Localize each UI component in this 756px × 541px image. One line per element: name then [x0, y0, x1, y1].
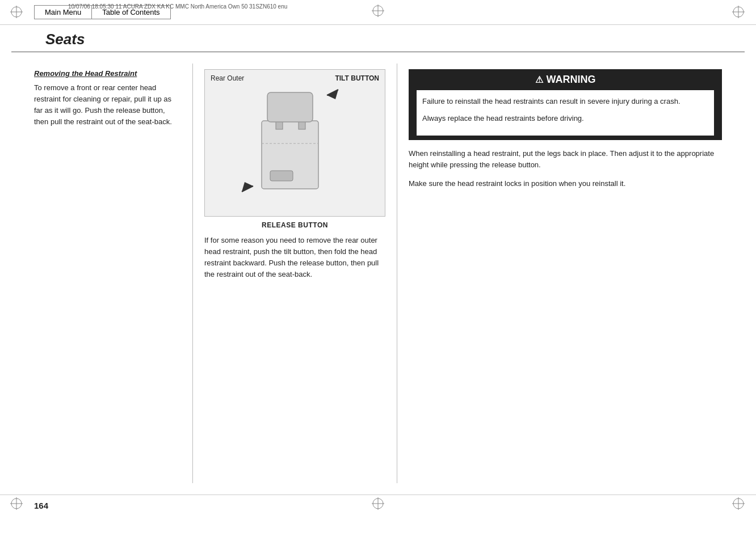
warning-para-1: Failure to reinstall the head restraints…	[422, 96, 708, 107]
svg-rect-15	[270, 171, 293, 181]
crosshair-top-left-icon	[10, 6, 23, 18]
crosshair-bottom-left-icon	[10, 497, 23, 512]
left-column: Removing the Head Restraint To remove a …	[34, 64, 193, 483]
page-title-area: Seats	[11, 25, 745, 52]
page-number: 164	[34, 501, 48, 510]
page-title: Seats	[45, 31, 85, 48]
left-body: To remove a front or rear center head re…	[34, 82, 181, 128]
crosshair-bottom-center-icon	[372, 497, 384, 512]
middle-column: Rear Outer TILT BUTTON	[193, 64, 397, 483]
main-content: Removing the Head Restraint To remove a …	[0, 52, 756, 494]
diagram-label-tilt: TILT BUTTON	[335, 74, 379, 82]
diagram-label-outer: Rear Outer	[211, 74, 244, 82]
head-restraint-diagram: Rear Outer TILT BUTTON	[204, 69, 385, 217]
section-title: Removing the Head Restraint	[34, 69, 181, 78]
right-para-2: Make sure the head restraint locks in po…	[409, 178, 722, 189]
header-meta: 10/07/06 18:05:30 11 ACURA ZDX KA KC MMC…	[68, 3, 287, 10]
warning-title: WARNING	[547, 74, 596, 86]
warning-header: ⚠ WARNING	[417, 74, 714, 86]
right-para-1: When reinstalling a head restraint, put …	[409, 148, 722, 171]
right-body: When reinstalling a head restraint, put …	[409, 148, 722, 189]
diagram-label-release: RELEASE BUTTON	[204, 221, 385, 229]
middle-body: If for some reason you need to remove th…	[204, 235, 385, 281]
warning-para-2: Always replace the head restraints befor…	[422, 113, 708, 124]
top-bar: 10/07/06 18:05:30 11 ACURA ZDX KA KC MMC…	[0, 0, 756, 25]
warning-box: ⚠ WARNING Failure to reinstall the head …	[409, 69, 722, 140]
crosshair-bottom-right-icon	[732, 497, 745, 512]
right-column: ⚠ WARNING Failure to reinstall the head …	[397, 64, 733, 483]
warning-body: Failure to reinstall the head restraints…	[417, 90, 714, 136]
crosshair-top-right-icon	[732, 6, 745, 20]
bottom-area: 164	[0, 494, 756, 516]
warning-triangle-icon: ⚠	[535, 74, 543, 85]
svg-rect-12	[267, 92, 313, 122]
crosshair-top-center-icon	[372, 5, 384, 19]
seat-diagram-svg	[222, 87, 369, 200]
